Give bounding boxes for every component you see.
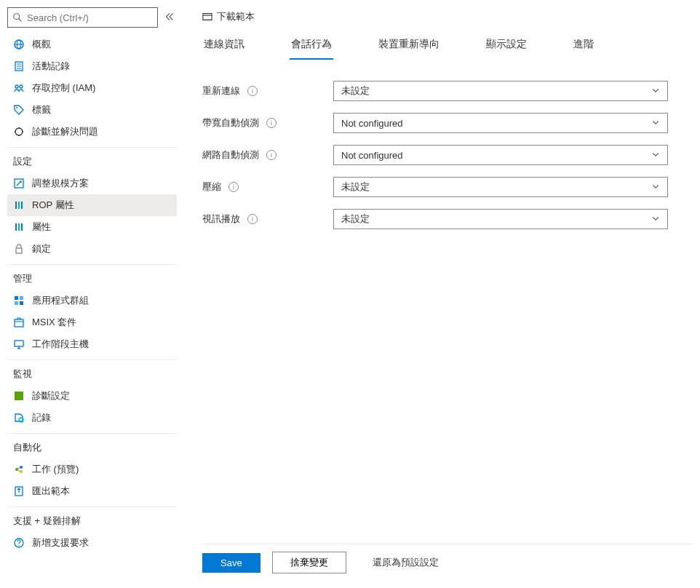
setting-label: 網路自動偵測 i (202, 148, 333, 162)
discard-button[interactable]: 捨棄變更 (272, 552, 346, 573)
info-icon[interactable]: i (266, 118, 277, 128)
reset-defaults-link[interactable]: 還原為預設設定 (358, 556, 439, 569)
setting-row: 網路自動偵測 i Not configured (202, 145, 693, 165)
tab-顯示設定[interactable]: 顯示設定 (485, 33, 528, 60)
sidebar-item-label: 屬性 (32, 220, 51, 234)
setting-dropdown[interactable]: 未設定 (333, 81, 668, 101)
sidebar-item-鎖定[interactable]: 鎖定 (7, 238, 177, 260)
setting-label: 重新連線 i (202, 84, 333, 98)
diagsettings-icon (13, 390, 25, 402)
sidebar-item-label: 工作 (預覽) (32, 463, 79, 476)
sidebar-item-label: 診斷設定 (32, 389, 70, 402)
main-panel: 下載範本 連線資訊會話行為裝置重新導向顯示設定進階 重新連線 i 未設定 帶寬自… (182, 7, 693, 581)
sidebar-item-label: 調整規模方案 (32, 177, 89, 190)
chevron-down-icon (651, 150, 660, 161)
props-icon (13, 199, 25, 211)
info-icon[interactable]: i (228, 182, 239, 192)
setting-row: 壓縮 i 未設定 (202, 177, 693, 197)
sidebar-item-工作 (預覽)[interactable]: 工作 (預覽) (7, 458, 177, 480)
sidebar-item-label: 鎖定 (32, 242, 51, 255)
setting-dropdown[interactable]: 未設定 (333, 177, 668, 197)
chevron-double-left-icon (165, 12, 174, 21)
svg-rect-26 (15, 341, 23, 346)
sidebar-item-label: 標籤 (32, 103, 51, 116)
sidebar-section-header: 自動化 (7, 433, 177, 458)
sidebar-item-ROP 屬性[interactable]: ROP 屬性 (7, 194, 177, 216)
sidebar: 概觀活動記錄存取控制 (IAM)標籤診斷並解決問題 設定調整規模方案ROP 屬性… (7, 7, 182, 581)
msix-icon (13, 317, 25, 328)
sidebar-item-概觀[interactable]: 概觀 (7, 33, 177, 55)
sidebar-item-屬性[interactable]: 屬性 (7, 216, 177, 238)
svg-point-38 (18, 545, 19, 546)
setting-label: 壓縮 i (202, 180, 333, 194)
tab-裝置重新導向[interactable]: 裝置重新導向 (377, 33, 441, 60)
sidebar-item-label: 工作階段主機 (32, 338, 89, 351)
setting-dropdown[interactable]: Not configured (333, 145, 668, 165)
sidebar-item-label: 應用程式群組 (32, 294, 89, 307)
sidebar-item-診斷設定[interactable]: 診斷設定 (7, 385, 177, 407)
appgroup-icon (13, 295, 25, 306)
save-button[interactable]: Save (202, 553, 260, 573)
tag-icon (13, 104, 25, 116)
sidebar-item-新增支援要求[interactable]: 新增支援要求 (7, 532, 177, 554)
tab-連線資訊[interactable]: 連線資訊 (202, 33, 246, 60)
collapse-sidebar-button[interactable] (162, 9, 177, 26)
download-template-button[interactable]: 下載範本 (202, 7, 693, 33)
sidebar-item-調整規模方案[interactable]: 調整規模方案 (7, 172, 177, 194)
iam-icon (13, 82, 25, 94)
svg-rect-23 (15, 301, 18, 305)
info-icon[interactable]: i (247, 214, 258, 224)
svg-point-11 (16, 107, 17, 108)
sidebar-item-匯出範本[interactable]: 匯出範本 (7, 480, 177, 502)
dropdown-value: 未設定 (341, 180, 370, 194)
tasks-icon (13, 464, 25, 475)
sidebar-section-header: 支援 + 疑難排解 (7, 506, 177, 532)
sidebar-item-記錄[interactable]: 記錄 (7, 407, 177, 429)
sidebar-item-label: 概觀 (32, 38, 51, 51)
search-box[interactable] (7, 7, 158, 28)
setting-dropdown[interactable]: 未設定 (333, 209, 668, 229)
info-icon[interactable]: i (266, 150, 277, 160)
download-template-label: 下載範本 (217, 10, 255, 23)
dropdown-value: Not configured (341, 150, 403, 161)
sidebar-item-應用程式群組[interactable]: 應用程式群組 (7, 290, 177, 311)
tab-會話行為[interactable]: 會話行為 (290, 33, 333, 60)
lock-icon (13, 243, 25, 255)
sidebar-item-label: 診斷並解決問題 (32, 125, 98, 138)
globe-icon (13, 39, 25, 50)
scale-icon (13, 178, 25, 189)
sidebar-item-label: 記錄 (32, 411, 51, 424)
sidebar-item-存取控制 (IAM)[interactable]: 存取控制 (IAM) (7, 77, 177, 99)
setting-row: 視訊播放 i 未設定 (202, 209, 693, 229)
setting-row: 帶寬自動偵測 i Not configured (202, 113, 693, 133)
dropdown-value: 未設定 (341, 212, 370, 226)
logs-icon (13, 412, 25, 424)
export-icon (13, 485, 25, 497)
chevron-down-icon (651, 86, 660, 97)
tab-進階[interactable]: 進階 (572, 33, 595, 60)
search-icon (12, 12, 23, 23)
sidebar-item-MSIX 套件[interactable]: MSIX 套件 (7, 311, 177, 333)
sidebar-item-label: 活動記錄 (32, 60, 70, 73)
host-icon (13, 338, 25, 350)
sidebar-item-活動記錄[interactable]: 活動記錄 (7, 55, 177, 77)
setting-row: 重新連線 i 未設定 (202, 81, 693, 101)
sidebar-section-header: 設定 (7, 147, 177, 172)
sidebar-item-label: 新增支援要求 (32, 536, 89, 549)
sidebar-item-工作階段主機[interactable]: 工作階段主機 (7, 333, 177, 355)
sidebar-item-標籤[interactable]: 標籤 (7, 99, 177, 121)
props-icon (13, 221, 25, 233)
sidebar-item-診斷並解決問題[interactable]: 診斷並解決問題 (7, 121, 177, 143)
info-icon[interactable]: i (247, 86, 258, 96)
setting-dropdown[interactable]: Not configured (333, 113, 668, 133)
svg-rect-24 (20, 301, 23, 305)
search-input[interactable] (27, 12, 153, 23)
svg-rect-21 (15, 296, 18, 300)
sidebar-section-header: 監視 (7, 359, 177, 385)
svg-rect-29 (15, 392, 23, 400)
support-icon (13, 537, 25, 549)
svg-line-1 (19, 19, 22, 22)
setting-label: 視訊播放 i (202, 212, 333, 226)
chevron-down-icon (651, 182, 660, 193)
svg-point-12 (15, 128, 23, 135)
